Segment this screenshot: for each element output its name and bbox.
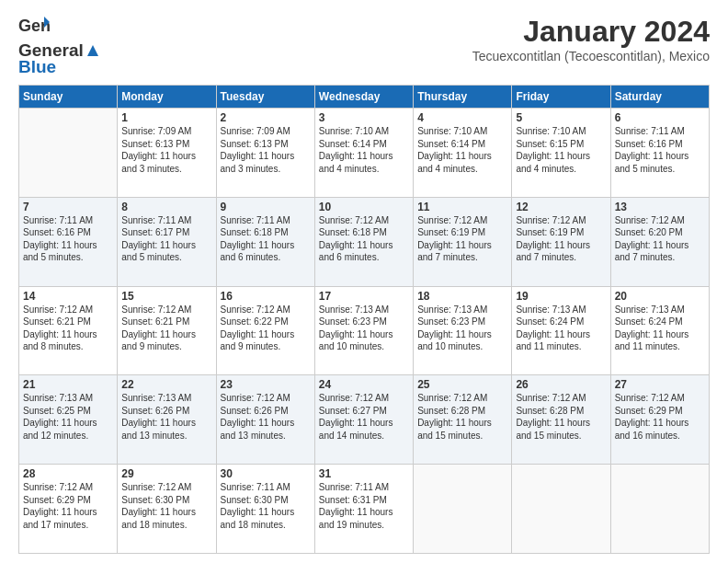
day-number: 14: [23, 290, 113, 303]
day-number: 17: [319, 290, 409, 303]
day-info: Sunrise: 7:12 AMSunset: 6:21 PMDaylight:…: [23, 304, 113, 353]
day-info: Sunrise: 7:12 AMSunset: 6:19 PMDaylight:…: [516, 214, 606, 264]
calendar-cell: 28Sunrise: 7:12 AMSunset: 6:29 PMDayligh…: [19, 465, 118, 554]
calendar-header-tuesday: Tuesday: [216, 86, 314, 109]
day-number: 22: [121, 378, 211, 391]
calendar-cell: 23Sunrise: 7:12 AMSunset: 6:26 PMDayligh…: [216, 375, 314, 465]
title-block: January 2024 Tecuexcontitlan (Tecoescont…: [472, 15, 710, 63]
calendar-cell: 30Sunrise: 7:11 AMSunset: 6:30 PMDayligh…: [216, 465, 314, 554]
calendar-cell: 8Sunrise: 7:11 AMSunset: 6:17 PMDaylight…: [118, 197, 216, 286]
calendar-cell: 3Sunrise: 7:10 AMSunset: 6:14 PMDaylight…: [314, 109, 413, 198]
calendar-cell: [610, 465, 709, 554]
day-number: 15: [121, 290, 211, 303]
day-info: Sunrise: 7:11 AMSunset: 6:16 PMDaylight:…: [23, 214, 113, 264]
day-info: Sunrise: 7:12 AMSunset: 6:27 PMDaylight:…: [319, 392, 409, 442]
calendar-cell: 13Sunrise: 7:12 AMSunset: 6:20 PMDayligh…: [610, 197, 709, 286]
day-info: Sunrise: 7:12 AMSunset: 6:28 PMDaylight:…: [516, 392, 606, 442]
day-info: Sunrise: 7:13 AMSunset: 6:26 PMDaylight:…: [121, 392, 211, 442]
day-number: 7: [23, 201, 113, 213]
calendar-cell: 16Sunrise: 7:12 AMSunset: 6:22 PMDayligh…: [216, 286, 314, 375]
calendar-cell: 14Sunrise: 7:12 AMSunset: 6:21 PMDayligh…: [19, 286, 118, 375]
calendar-title: January 2024: [472, 15, 710, 49]
calendar-cell: 31Sunrise: 7:11 AMSunset: 6:31 PMDayligh…: [314, 465, 413, 554]
day-number: 16: [221, 290, 311, 303]
calendar-cell: [512, 465, 610, 554]
day-info: Sunrise: 7:11 AMSunset: 6:18 PMDaylight:…: [221, 214, 311, 264]
calendar-cell: 2Sunrise: 7:09 AMSunset: 6:13 PMDaylight…: [216, 109, 314, 198]
calendar-cell: 9Sunrise: 7:11 AMSunset: 6:18 PMDaylight…: [216, 197, 314, 286]
calendar-header-thursday: Thursday: [414, 86, 512, 109]
day-info: Sunrise: 7:10 AMSunset: 6:15 PMDaylight:…: [516, 125, 606, 175]
logo: General General Blue: [18, 15, 100, 77]
calendar-header-wednesday: Wednesday: [314, 86, 413, 109]
calendar-location: Tecuexcontitlan (Tecoescontitlan), Mexic…: [472, 49, 710, 63]
calendar-header-sunday: Sunday: [19, 86, 118, 109]
day-number: 29: [121, 467, 211, 480]
calendar-cell: [414, 465, 512, 554]
day-info: Sunrise: 7:12 AMSunset: 6:20 PMDaylight:…: [615, 214, 705, 264]
day-info: Sunrise: 7:12 AMSunset: 6:21 PMDaylight:…: [121, 304, 211, 353]
day-number: 10: [319, 201, 409, 213]
day-number: 2: [221, 111, 311, 124]
calendar-cell: [19, 109, 118, 198]
day-info: Sunrise: 7:13 AMSunset: 6:23 PMDaylight:…: [417, 304, 507, 353]
calendar-cell: 7Sunrise: 7:11 AMSunset: 6:16 PMDaylight…: [19, 197, 118, 286]
day-info: Sunrise: 7:11 AMSunset: 6:31 PMDaylight:…: [319, 481, 409, 531]
day-info: Sunrise: 7:11 AMSunset: 6:16 PMDaylight:…: [615, 125, 705, 175]
day-number: 23: [221, 378, 311, 391]
day-number: 18: [417, 290, 507, 303]
calendar-cell: 27Sunrise: 7:12 AMSunset: 6:29 PMDayligh…: [610, 375, 709, 465]
calendar-header-friday: Friday: [512, 86, 610, 109]
calendar-week-row: 21Sunrise: 7:13 AMSunset: 6:25 PMDayligh…: [19, 375, 710, 465]
calendar-week-row: 14Sunrise: 7:12 AMSunset: 6:21 PMDayligh…: [19, 286, 710, 375]
calendar-cell: 17Sunrise: 7:13 AMSunset: 6:23 PMDayligh…: [314, 286, 413, 375]
day-info: Sunrise: 7:09 AMSunset: 6:13 PMDaylight:…: [221, 125, 311, 175]
calendar-header-saturday: Saturday: [610, 86, 709, 109]
logo-icon: General: [18, 15, 50, 40]
day-number: 19: [516, 290, 606, 303]
day-info: Sunrise: 7:13 AMSunset: 6:24 PMDaylight:…: [615, 304, 705, 353]
day-info: Sunrise: 7:11 AMSunset: 6:17 PMDaylight:…: [121, 214, 211, 264]
day-info: Sunrise: 7:13 AMSunset: 6:23 PMDaylight:…: [319, 304, 409, 353]
day-info: Sunrise: 7:12 AMSunset: 6:19 PMDaylight:…: [417, 214, 507, 264]
day-number: 28: [23, 467, 113, 480]
logo-triangle-icon: [85, 43, 100, 58]
day-number: 1: [121, 111, 211, 124]
day-info: Sunrise: 7:13 AMSunset: 6:25 PMDaylight:…: [23, 392, 113, 442]
day-info: Sunrise: 7:10 AMSunset: 6:14 PMDaylight:…: [417, 125, 507, 175]
day-number: 31: [319, 467, 409, 480]
calendar-cell: 12Sunrise: 7:12 AMSunset: 6:19 PMDayligh…: [512, 197, 610, 286]
day-info: Sunrise: 7:13 AMSunset: 6:24 PMDaylight:…: [516, 304, 606, 353]
day-number: 27: [615, 378, 705, 391]
day-info: Sunrise: 7:11 AMSunset: 6:30 PMDaylight:…: [221, 481, 311, 531]
calendar-cell: 21Sunrise: 7:13 AMSunset: 6:25 PMDayligh…: [19, 375, 118, 465]
day-info: Sunrise: 7:12 AMSunset: 6:22 PMDaylight:…: [221, 304, 311, 353]
day-number: 30: [221, 467, 311, 480]
day-number: 6: [615, 111, 705, 124]
day-number: 12: [516, 201, 606, 213]
calendar-cell: 24Sunrise: 7:12 AMSunset: 6:27 PMDayligh…: [314, 375, 413, 465]
svg-marker-1: [87, 45, 98, 56]
day-number: 5: [516, 111, 606, 124]
page: General General Blue January 2024 Tecuex…: [0, 0, 728, 563]
day-number: 8: [121, 201, 211, 213]
calendar-cell: 15Sunrise: 7:12 AMSunset: 6:21 PMDayligh…: [118, 286, 216, 375]
logo-blue-text: Blue: [18, 57, 56, 77]
day-number: 20: [615, 290, 705, 303]
calendar-cell: 10Sunrise: 7:12 AMSunset: 6:18 PMDayligh…: [314, 197, 413, 286]
calendar-cell: 18Sunrise: 7:13 AMSunset: 6:23 PMDayligh…: [414, 286, 512, 375]
day-number: 3: [319, 111, 409, 124]
calendar-cell: 1Sunrise: 7:09 AMSunset: 6:13 PMDaylight…: [118, 109, 216, 198]
day-info: Sunrise: 7:12 AMSunset: 6:28 PMDaylight:…: [417, 392, 507, 442]
calendar-cell: 6Sunrise: 7:11 AMSunset: 6:16 PMDaylight…: [610, 109, 709, 198]
day-info: Sunrise: 7:12 AMSunset: 6:29 PMDaylight:…: [615, 392, 705, 442]
day-number: 11: [417, 201, 507, 213]
day-number: 24: [319, 378, 409, 391]
day-info: Sunrise: 7:10 AMSunset: 6:14 PMDaylight:…: [319, 125, 409, 175]
calendar-cell: 20Sunrise: 7:13 AMSunset: 6:24 PMDayligh…: [610, 286, 709, 375]
header: General General Blue January 2024 Tecuex…: [18, 15, 710, 77]
calendar-cell: 19Sunrise: 7:13 AMSunset: 6:24 PMDayligh…: [512, 286, 610, 375]
calendar-table: SundayMondayTuesdayWednesdayThursdayFrid…: [18, 85, 710, 554]
calendar-cell: 5Sunrise: 7:10 AMSunset: 6:15 PMDaylight…: [512, 109, 610, 198]
calendar-week-row: 1Sunrise: 7:09 AMSunset: 6:13 PMDaylight…: [19, 109, 710, 198]
